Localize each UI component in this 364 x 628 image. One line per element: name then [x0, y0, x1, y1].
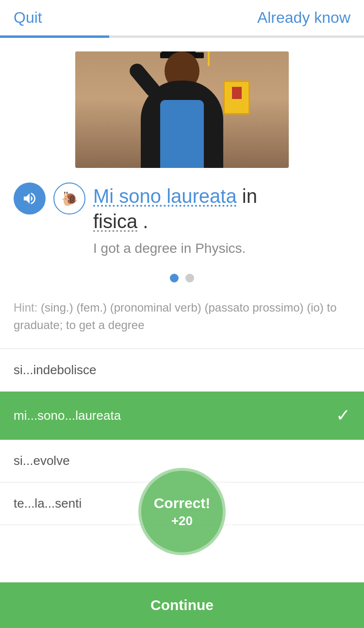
header: Quit Already know	[0, 0, 364, 35]
sentence-block: Mi sono laureata infisica . I got a degr…	[93, 182, 350, 256]
answer-text-3: si...evolve	[14, 453, 70, 468]
italian-sentence: Mi sono laureata infisica .	[93, 183, 350, 234]
answer-text-2: mi...sono...laureata	[14, 408, 121, 423]
quit-button[interactable]: Quit	[14, 9, 42, 27]
audio-controls: 🐌 Mi sono laureata infisica . I got a de…	[0, 178, 364, 261]
audio-play-button[interactable]	[14, 182, 46, 215]
correct-overlay: Correct! +20	[129, 458, 235, 565]
continue-button[interactable]: Continue	[0, 582, 364, 628]
image-container	[0, 38, 364, 178]
correct-points: +20	[171, 513, 193, 529]
checkmark-icon: ✓	[336, 405, 350, 426]
answer-text-4: te...la...senti	[14, 496, 82, 511]
sentence-underlined-part: fisica	[93, 211, 137, 232]
hint-text: Hint: (sing.) (fem.) (pronominal verb) (…	[14, 299, 350, 334]
correct-bubble: Correct! +20	[138, 468, 226, 555]
correct-title: Correct!	[154, 495, 211, 512]
sentence-period: .	[137, 211, 148, 232]
english-translation: I got a degree in Physics.	[93, 241, 350, 256]
already-know-button[interactable]: Already know	[257, 9, 350, 27]
dots-container	[0, 261, 364, 295]
hint-label: Hint:	[14, 301, 37, 314]
answer-item-2-correct[interactable]: mi...sono...laureata ✓	[0, 392, 364, 440]
answer-text-1: si...indebolisce	[14, 363, 97, 377]
dot-2	[185, 274, 194, 282]
sentence-blue-part: Mi sono laureata	[93, 185, 237, 207]
hint-tags: (sing.) (fem.) (pronominal verb) (passat…	[41, 301, 324, 314]
answer-item-1[interactable]: si...indebolisce	[0, 349, 364, 392]
hint-section: Hint: (sing.) (fem.) (pronominal verb) (…	[0, 295, 364, 348]
slow-audio-button[interactable]: 🐌	[53, 182, 85, 215]
dot-1	[170, 274, 179, 282]
speaker-icon	[22, 191, 37, 206]
sentence-black-part: in	[237, 185, 257, 207]
graduation-image	[75, 51, 289, 168]
snail-icon: 🐌	[61, 191, 78, 207]
